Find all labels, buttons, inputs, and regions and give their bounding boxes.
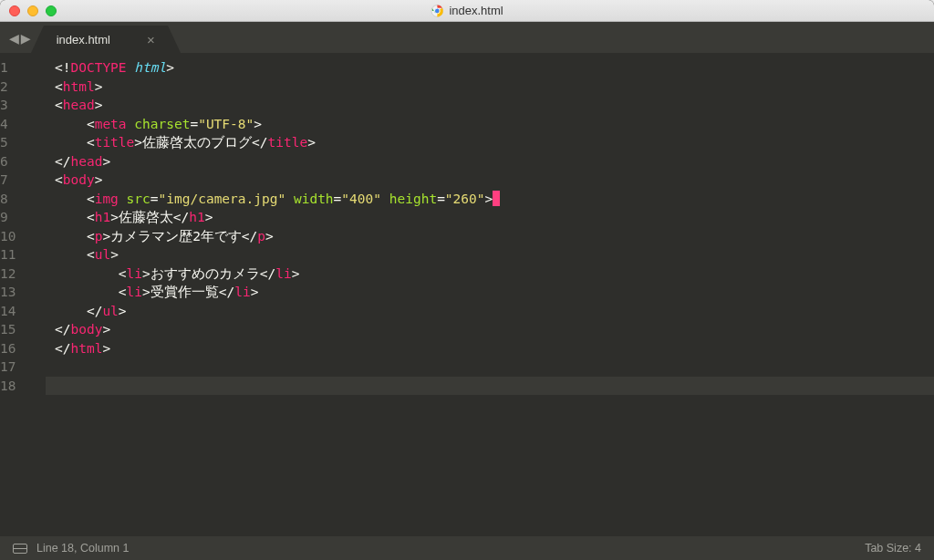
text-cursor — [493, 191, 500, 206]
editor-window: index.html ◀ ▶ index.html × 123456789101… — [0, 0, 934, 560]
code-area[interactable]: <!DOCTYPE html><html><head> <meta charse… — [46, 53, 934, 536]
line-number: 14 — [0, 302, 36, 321]
code-line[interactable]: <li>受賞作一覧</li> — [46, 283, 934, 302]
tab-bar: ◀ ▶ index.html × — [0, 22, 934, 53]
code-line[interactable]: </ul> — [46, 302, 934, 321]
tab-size-status[interactable]: Tab Size: 4 — [865, 542, 921, 555]
line-number: 13 — [0, 283, 36, 302]
code-line[interactable]: </body> — [46, 320, 934, 339]
code-line[interactable]: <li>おすすめのカメラ</li> — [46, 264, 934, 284]
code-line[interactable]: </html> — [46, 339, 934, 358]
line-number: 5 — [0, 133, 36, 152]
line-number: 6 — [0, 152, 36, 171]
line-number: 2 — [0, 78, 36, 97]
code-line[interactable]: <!DOCTYPE html> — [46, 58, 934, 78]
editor-area: 123456789101112131415161718 <!DOCTYPE ht… — [0, 53, 934, 536]
back-button[interactable]: ◀ — [9, 28, 19, 47]
line-number: 11 — [0, 245, 36, 264]
code-line[interactable]: <meta charset="UTF-8"> — [46, 115, 934, 134]
code-line[interactable]: <p>カメラマン歴2年です</p> — [46, 227, 934, 246]
cursor-position-status[interactable]: Line 18, Column 1 — [36, 542, 129, 555]
panel-toggle-icon[interactable] — [13, 544, 27, 554]
code-line[interactable] — [46, 358, 934, 377]
code-line[interactable]: <img src="img/camera.jpg" width="400" he… — [46, 190, 934, 209]
line-number: 12 — [0, 264, 36, 284]
line-number: 1 — [0, 58, 36, 78]
line-number: 15 — [0, 320, 36, 339]
code-line[interactable]: </head> — [46, 152, 934, 171]
tab-index-html[interactable]: index.html × — [44, 26, 168, 53]
status-bar: Line 18, Column 1 Tab Size: 4 — [0, 536, 934, 560]
line-number: 10 — [0, 227, 36, 246]
code-line[interactable]: <head> — [46, 96, 934, 115]
line-number: 16 — [0, 339, 36, 358]
forward-button[interactable]: ▶ — [21, 28, 31, 47]
code-line[interactable] — [46, 377, 934, 396]
line-number: 8 — [0, 190, 36, 209]
window-title-text: index.html — [449, 4, 503, 17]
line-number: 18 — [0, 377, 36, 396]
code-line[interactable]: <ul> — [46, 245, 934, 264]
code-line[interactable]: <title>佐藤啓太のブログ</title> — [46, 133, 934, 152]
window-controls — [0, 5, 57, 16]
window-title: index.html — [431, 4, 503, 17]
line-number: 3 — [0, 96, 36, 115]
code-line[interactable]: <html> — [46, 78, 934, 97]
line-number: 4 — [0, 115, 36, 134]
titlebar: index.html — [0, 0, 934, 22]
close-window-button[interactable] — [9, 5, 20, 16]
minimize-window-button[interactable] — [27, 5, 38, 16]
tab-close-button[interactable]: × — [147, 32, 155, 47]
svg-point-2 — [435, 8, 440, 13]
code-line[interactable]: <h1>佐藤啓太</h1> — [46, 208, 934, 227]
code-line[interactable]: <body> — [46, 171, 934, 190]
chrome-icon — [431, 5, 443, 17]
line-number: 9 — [0, 208, 36, 227]
zoom-window-button[interactable] — [46, 5, 57, 16]
line-number: 7 — [0, 171, 36, 190]
line-number-gutter: 123456789101112131415161718 — [0, 53, 46, 536]
line-number: 17 — [0, 358, 36, 377]
tab-label: index.html — [57, 33, 110, 47]
